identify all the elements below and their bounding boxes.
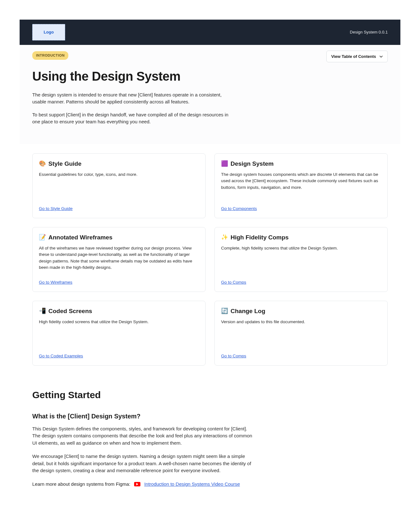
card-title-text: High Fidelity Comps [231, 233, 289, 242]
card-title-text: Coded Screens [48, 307, 92, 316]
cards-grid: 🎨 Style Guide Essential guidelines for c… [20, 144, 400, 369]
intro-section: INTRODUCTION View Table of Contents Usin… [20, 45, 400, 144]
toc-button-label: View Table of Contents [331, 54, 376, 59]
intro-paragraph-2: To best support [Client] in the design h… [32, 111, 235, 126]
card-link-wireframes[interactable]: Go to Wireframes [39, 279, 199, 286]
sparkles-icon: ✨ [221, 233, 228, 242]
learn-more-row: Learn more about design systems from Fig… [32, 481, 388, 488]
gs-paragraph-1: This Design System defines the component… [32, 425, 254, 447]
card-title-text: Annotated Wireframes [48, 233, 113, 242]
card-style-guide: 🎨 Style Guide Essential guidelines for c… [32, 153, 206, 218]
card-desc: All of the wireframes we have reviewed t… [39, 245, 199, 271]
memo-icon: 📝 [39, 233, 46, 242]
card-link-changelog[interactable]: Go to Comps [221, 353, 381, 359]
section-heading: Getting Started [32, 388, 388, 402]
logo-label: Logo [44, 29, 54, 35]
section-subheading: What is the [Client] Design System? [32, 411, 388, 421]
card-design-system: 🟪 Design System The design system houses… [214, 153, 388, 218]
card-link-comps[interactable]: Go to Comps [221, 279, 381, 286]
toc-button[interactable]: View Table of Contents [326, 51, 388, 62]
top-bar: Logo Design System 0.0.1 [20, 20, 400, 45]
card-desc: Essential guidelines for color, type, ic… [39, 171, 199, 178]
getting-started-section: Getting Started What is the [Client] Des… [20, 369, 400, 494]
palette-icon: 🎨 [39, 159, 46, 168]
learn-more-label: Learn more about design systems from Fig… [32, 481, 130, 488]
page-title: Using the Design System [32, 67, 388, 86]
chevron-down-icon [379, 55, 383, 59]
card-desc: Complete, high fidelity screens that uti… [221, 245, 381, 251]
square-icon: 🟪 [221, 159, 228, 168]
logo-placeholder: Logo [32, 24, 65, 40]
card-change-log: 🔄 Change Log Version and updates to this… [214, 301, 388, 366]
card-title-text: Change Log [231, 307, 265, 316]
intro-paragraph-1: The design system is intended to ensure … [32, 91, 235, 106]
card-desc: The design system houses components whic… [221, 171, 381, 191]
card-link-coded[interactable]: Go to Coded Examples [39, 353, 199, 359]
card-coded-screens: 📲 Coded Screens High fidelity coded scre… [32, 301, 206, 366]
card-link-style-guide[interactable]: Go to Style Guide [39, 206, 199, 212]
card-wireframes: 📝 Annotated Wireframes All of the wirefr… [32, 227, 206, 292]
mobile-icon: 📲 [39, 307, 46, 315]
learn-more-link[interactable]: Introduction to Design Systems Video Cou… [144, 481, 240, 488]
card-title-text: Style Guide [48, 159, 82, 169]
gs-paragraph-2: We encourage [Client] to name the design… [32, 453, 254, 474]
card-desc: High fidelity coded screens that utilize… [39, 319, 199, 325]
youtube-icon [134, 482, 140, 486]
card-comps: ✨ High Fidelity Comps Complete, high fid… [214, 227, 388, 292]
intro-badge: INTRODUCTION [32, 51, 68, 60]
card-desc: Version and updates to this file documen… [221, 319, 381, 325]
card-title-text: Design System [231, 159, 274, 169]
cycle-icon: 🔄 [221, 307, 228, 315]
card-link-components[interactable]: Go to Components [221, 206, 381, 212]
version-label: Design System 0.0.1 [350, 29, 388, 35]
